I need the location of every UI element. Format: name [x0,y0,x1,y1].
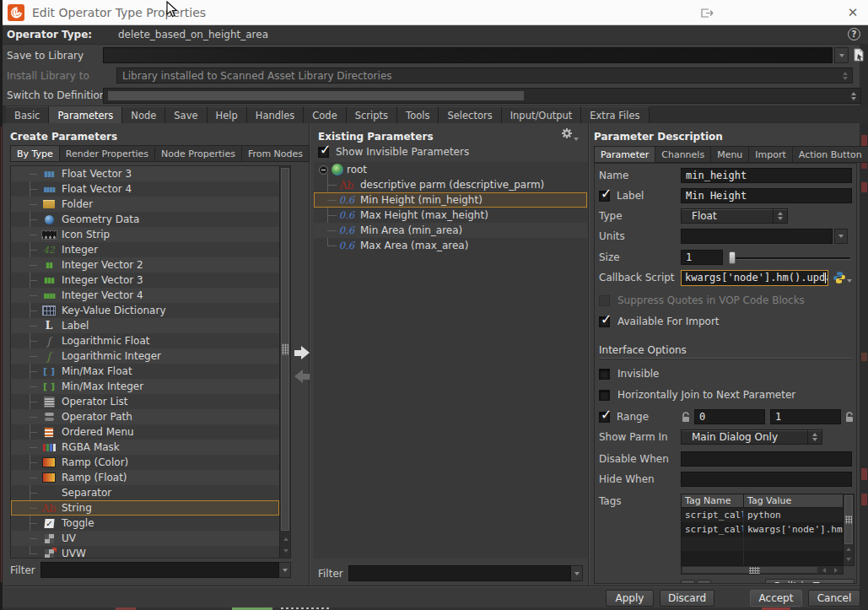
existing-parameter-item[interactable]: Min Height (min_height) [314,192,587,208]
size-slider[interactable] [728,251,852,264]
scrollbar-thumb[interactable] [281,168,289,531]
parameter-type-item[interactable]: Toggle [11,516,279,531]
existing-parameter-item[interactable]: Min Area (min_area) [314,223,587,238]
question-icon[interactable]: ? [848,28,860,40]
parameter-type-item[interactable]: Operator Path [11,409,279,424]
parameter-description-subtab[interactable]: Parameter [594,146,655,163]
tree-root-row[interactable]: root [314,162,587,177]
main-tab[interactable]: Parameters [49,106,122,123]
create-parameters-subtab[interactable]: By Type [10,145,60,162]
switch-to-definition-dropdown[interactable] [103,88,861,104]
tag-empty-row[interactable] [682,551,843,565]
collapse-expander-icon[interactable] [319,165,328,175]
parameter-type-item[interactable]: Ordered Menu [11,424,279,440]
scroll-up-button[interactable] [280,533,291,545]
create-parameters-subtab[interactable]: From Nodes [242,145,310,162]
tag-empty-row[interactable] [682,537,843,551]
parameter-type-item[interactable]: Ramp (Color) [11,455,279,470]
gear-icon[interactable] [561,127,579,139]
remove-tag-button[interactable]: − [697,580,711,585]
filter-input[interactable] [348,565,571,581]
parameter-type-item[interactable]: Integer Vector 4 [11,288,279,303]
disable-when-input[interactable] [681,451,852,467]
parameter-type-item[interactable]: Key-Value Dictionary [11,303,279,318]
parameter-type-item[interactable]: Float Vector 3 [11,166,279,181]
parameter-type-item[interactable]: UV [11,531,279,546]
scroll-down-button[interactable] [280,545,291,557]
join-checkbox[interactable] [599,390,610,401]
parameter-type-item[interactable]: Integer [11,242,279,257]
parameter-type-item[interactable]: String [11,500,279,516]
main-tab[interactable]: Node [122,106,165,123]
main-tab[interactable]: Save [165,106,207,123]
hide-when-input[interactable] [681,472,852,487]
main-tab[interactable]: Basic [6,106,49,123]
label-input[interactable]: Min Height [681,188,852,203]
range-checkbox[interactable] [599,412,610,423]
show-parm-dropdown[interactable]: Main Dialog Only [681,429,822,445]
detach-icon[interactable] [700,7,714,21]
apply-button[interactable]: Apply [606,590,654,607]
install-library-dropdown[interactable]: Library installed to Scanned Asset Libra… [116,67,853,84]
main-tab[interactable]: Selectors [439,106,501,123]
cancel-button[interactable]: Cancel [808,590,860,607]
parameter-type-item[interactable]: Operator List [11,394,279,409]
units-dropdown-arrow-icon[interactable] [834,229,848,244]
size-input[interactable]: 1 [681,250,723,265]
main-tab[interactable]: Input/Output [502,106,582,123]
parameter-type-item[interactable]: Ramp (Float) [11,470,279,485]
close-icon[interactable]: ✕ [844,4,861,21]
filter-dropdown-arrow-icon[interactable] [571,565,583,581]
main-tab[interactable]: Handles [247,106,305,123]
tag-table-row[interactable]: script_call kwargs['node'].hm [682,522,843,537]
transfer-right-icon[interactable] [294,346,310,359]
slider-handle[interactable] [729,251,736,264]
parameter-type-item[interactable]: Min/Max Float [11,364,279,379]
save-to-library-input[interactable] [103,47,833,63]
list-scrollbar[interactable] [279,166,290,558]
python-icon[interactable] [833,271,852,284]
scroll-down-button[interactable] [844,554,854,564]
parameter-type-item[interactable]: Label [11,318,279,333]
invisible-checkbox[interactable] [599,369,610,380]
lock-icon[interactable] [844,412,855,423]
parameter-type-item[interactable]: Min/Max Integer [11,379,279,394]
tags-vertical-scrollbar[interactable] [844,494,855,566]
units-input[interactable] [681,229,833,244]
main-tab[interactable]: Code [304,106,346,123]
save-to-library-dropdown-arrow-icon[interactable] [834,47,849,63]
scroll-left-button[interactable] [818,567,830,574]
parameter-description-subtab[interactable]: Import [749,146,793,163]
tag-table-row[interactable]: script_call python [682,508,843,522]
main-tab[interactable]: Tools [397,106,439,123]
range-max-input[interactable]: 1 [770,409,841,424]
parameter-description-subtab[interactable]: Action Button [793,146,868,163]
parameter-type-item[interactable]: Geometry Data [11,212,279,227]
parameter-type-item[interactable]: UVW [11,546,279,559]
parameter-type-item[interactable]: RGBA Mask [11,440,279,455]
parameter-type-item[interactable]: Logarithmic Integer [11,348,279,364]
type-dropdown[interactable]: Float [681,208,788,224]
lock-icon[interactable] [681,412,691,423]
scrollbar-thumb[interactable] [844,495,853,544]
parameter-type-item[interactable]: Integer Vector 3 [11,273,279,288]
add-tag-button[interactable]: + [681,580,695,585]
parameter-type-item[interactable]: Float Vector 4 [11,181,279,197]
existing-parameter-item[interactable]: Max Height (max_height) [314,208,587,223]
create-parameters-subtab[interactable]: Render Properties [60,145,155,162]
parameter-type-item[interactable]: Logarithmic Float [11,333,279,348]
create-parameters-subtab[interactable]: Node Properties [155,145,242,162]
label-checkbox[interactable] [599,191,610,202]
accept-button[interactable]: Accept [750,590,802,607]
parameter-type-item[interactable]: Folder [11,197,279,212]
range-min-input[interactable]: 0 [694,409,765,424]
parameter-description-subtab[interactable]: Channels [655,146,711,163]
parameter-type-item[interactable]: Separator [11,485,279,500]
parameter-description-subtab[interactable]: Menu [711,146,749,163]
parameter-type-item[interactable]: Integer Vector 2 [11,257,279,273]
callback-script-input[interactable]: kwargs['node'].hm().update_d [681,270,828,286]
scroll-up-button[interactable] [844,544,854,554]
discard-button[interactable]: Discard [660,590,714,607]
filter-input[interactable] [40,562,279,578]
existing-parameter-item[interactable]: descriptive parm (descriptive_parm) [314,177,587,192]
